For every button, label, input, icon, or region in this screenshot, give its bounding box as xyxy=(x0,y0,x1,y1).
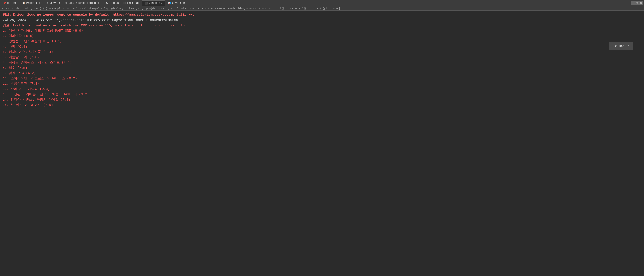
console-line: 11. 비공식작전 (7.3) xyxy=(3,81,641,87)
terminal-icon: ⬛ xyxy=(123,1,126,4)
markers-label: Markers xyxy=(7,1,18,5)
coverage-icon: 📊 xyxy=(168,1,171,4)
servers-label: Servers xyxy=(49,1,60,5)
console-line: 12. 슈퍼 키드 헤일리 (9.3) xyxy=(3,87,641,92)
status-bar: <terminated> CrawlingTest (1) [Java Appl… xyxy=(0,6,644,10)
toolbar-markers[interactable]: 📌 Markers xyxy=(1,1,20,5)
snippets-label: Snippets xyxy=(106,1,119,5)
console-line: 8. 밀수 (7.5) xyxy=(3,65,641,71)
toolbar-snippets[interactable]: ✂ Snippets xyxy=(102,1,120,5)
console-line: 9. 범죄도시3 (6.2) xyxy=(3,71,641,76)
console-line: 14. 인디아나 존스: 운명의 다이얼 (7.9) xyxy=(3,97,641,103)
console-line: 10. 스파이더맨: 어크로스 더 유니버스 (8.2) xyxy=(3,76,641,81)
toolbar-console[interactable]: ⬛ Console ✕ xyxy=(142,0,166,5)
toolbar: 📌 Markers 📋 Properties 🖥 Servers 🗄 Data … xyxy=(0,0,644,6)
console-line: 5. 인시디어스: 빨간 문 (7.4) xyxy=(3,49,641,55)
toolbar-terminal[interactable]: ⬛ Terminal xyxy=(121,1,141,5)
console-close-icon[interactable]: ✕ xyxy=(161,2,162,5)
console-line: 3. 명탐정 코난: 흑철의 어영 (8.4) xyxy=(3,39,641,44)
markers-icon: 📌 xyxy=(3,1,6,4)
snippets-icon: ✂ xyxy=(104,1,105,4)
console-line: 2. 엘리멘탈 (8.8) xyxy=(3,33,641,39)
console-line: 6. 여름날 우리 (7.6) xyxy=(3,55,641,60)
console-line: 13. 극장판 도라에몽: 진구와 하늘의 유토피아 (9.2) xyxy=(3,92,641,97)
properties-label: Properties xyxy=(26,1,42,5)
maximize-button[interactable]: □ xyxy=(635,1,639,5)
coverage-label: Coverage xyxy=(172,1,185,5)
status-text: <terminated> CrawlingTest (1) [Java Appl… xyxy=(2,7,340,10)
found-label: Found : xyxy=(612,44,630,48)
minimize-button[interactable]: _ xyxy=(631,1,635,5)
console-line: 1. 미선 임파서블: 데드 레코닝 PART ONE (8.6) xyxy=(3,28,641,33)
console-line: 7. 극장판 슈퍼윙스: 맥시멈 스피드 (8.2) xyxy=(3,60,641,65)
properties-icon: 📋 xyxy=(22,1,25,4)
toolbar-coverage[interactable]: 📊 Coverage xyxy=(166,1,187,5)
console-line: 경고: Unable to find an exact match for CD… xyxy=(3,23,641,28)
terminal-label: Terminal xyxy=(127,1,140,5)
toolbar-properties[interactable]: 📋 Properties xyxy=(20,1,44,5)
console-line: 4. 바비 (6.9) xyxy=(3,44,641,49)
console-line: 정보: Driver logs no longer sent to consol… xyxy=(3,12,641,18)
servers-icon: 🖥 xyxy=(46,1,48,4)
toolbar-servers[interactable]: 🖥 Servers xyxy=(44,1,62,5)
data-source-label: Data Source Explorer xyxy=(68,1,100,5)
found-badge: Found : xyxy=(609,42,633,50)
console-label: Console xyxy=(149,1,160,5)
console-line: 7월 28, 2023 11:13:33 오전 org.openqa.selen… xyxy=(3,18,641,23)
window-controls: _ □ ✕ xyxy=(631,1,643,5)
console-line: 15. 보 이즈 어프레이드 (7.5) xyxy=(3,103,641,108)
console-output: 정보: Driver logs no longer sent to consol… xyxy=(0,10,644,110)
data-source-icon: 🗄 xyxy=(64,1,67,4)
toolbar-data-source[interactable]: 🗄 Data Source Explorer xyxy=(63,1,102,5)
console-icon: ⬛ xyxy=(145,2,148,5)
close-button[interactable]: ✕ xyxy=(639,1,643,5)
